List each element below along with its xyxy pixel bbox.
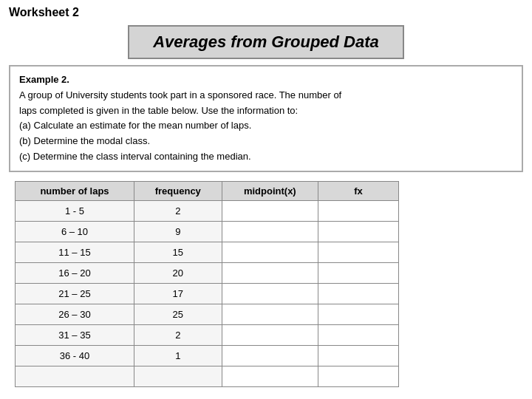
table-row: 26 – 3025 <box>16 304 399 324</box>
cell-midpoint <box>222 221 318 242</box>
cell-midpoint <box>222 304 318 324</box>
cell-laps: 1 - 5 <box>16 200 134 221</box>
cell-midpoint <box>222 262 318 283</box>
table-container: number of laps frequency midpoint(x) fx … <box>9 181 523 387</box>
col-header-laps: number of laps <box>16 181 134 200</box>
col-header-fx: fx <box>318 181 399 200</box>
cell-midpoint <box>222 283 318 304</box>
example-heading: Example 2. <box>19 74 69 85</box>
cell-midpoint <box>222 200 318 221</box>
table-body: 1 - 526 – 10911 – 151516 – 202021 – 2517… <box>16 200 399 386</box>
table-row: 21 – 2517 <box>16 283 399 304</box>
table-row: 6 – 109 <box>16 221 399 242</box>
data-table: number of laps frequency midpoint(x) fx … <box>15 181 399 387</box>
cell-laps: 6 – 10 <box>16 221 134 242</box>
header-banner: Averages from Grouped Data <box>9 25 523 59</box>
cell-fx <box>318 262 399 283</box>
cell-fx <box>318 283 399 304</box>
cell-fx <box>318 345 399 366</box>
cell-frequency: 2 <box>134 324 222 345</box>
cell-midpoint <box>222 242 318 262</box>
example-line3: (a) Calculate an estimate for the mean n… <box>19 118 513 134</box>
cell-frequency: 17 <box>134 283 222 304</box>
cell-fx <box>318 324 399 345</box>
table-row: 1 - 52 <box>16 200 399 221</box>
cell-midpoint <box>222 345 318 366</box>
cell-fx <box>318 242 399 262</box>
cell-midpoint <box>222 324 318 345</box>
table-row: 16 – 2020 <box>16 262 399 283</box>
col-header-frequency: frequency <box>134 181 222 200</box>
cell-laps: 31 – 35 <box>16 324 134 345</box>
cell-laps: 36 - 40 <box>16 345 134 366</box>
cell-fx <box>318 304 399 324</box>
example-line4: (b) Determine the modal class. <box>19 134 513 149</box>
cell-laps <box>16 366 134 386</box>
cell-frequency: 9 <box>134 221 222 242</box>
cell-laps: 26 – 30 <box>16 304 134 324</box>
cell-frequency: 25 <box>134 304 222 324</box>
table-row: 36 - 401 <box>16 345 399 366</box>
table-header-row: number of laps frequency midpoint(x) fx <box>16 181 399 200</box>
cell-frequency: 2 <box>134 200 222 221</box>
cell-frequency: 20 <box>134 262 222 283</box>
example-box: Example 2. A group of University student… <box>9 65 523 172</box>
banner-text: Averages from Grouped Data <box>128 25 404 59</box>
page-title: Worksheet 2 <box>0 0 532 22</box>
example-line1: A group of University students took part… <box>19 88 513 103</box>
cell-laps: 11 – 15 <box>16 242 134 262</box>
cell-laps: 16 – 20 <box>16 262 134 283</box>
cell-frequency: 15 <box>134 242 222 262</box>
example-line5: (c) Determine the class interval contain… <box>19 149 513 165</box>
table-row <box>16 366 399 386</box>
cell-laps: 21 – 25 <box>16 283 134 304</box>
col-header-midpoint: midpoint(x) <box>222 181 318 200</box>
cell-fx <box>318 200 399 221</box>
cell-fx <box>318 366 399 386</box>
cell-frequency: 1 <box>134 345 222 366</box>
table-row: 31 – 352 <box>16 324 399 345</box>
cell-frequency <box>134 366 222 386</box>
cell-midpoint <box>222 366 318 386</box>
table-row: 11 – 1515 <box>16 242 399 262</box>
example-line2: laps completed is given in the table bel… <box>19 103 513 119</box>
cell-fx <box>318 221 399 242</box>
